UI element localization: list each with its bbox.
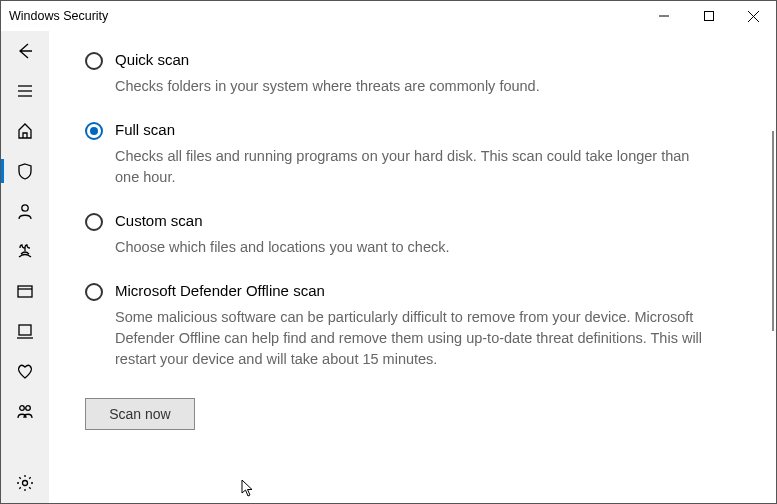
svg-point-12 (20, 406, 25, 411)
scrollbar[interactable] (770, 31, 776, 503)
sidebar-settings[interactable] (1, 463, 49, 503)
option-full-label: Full scan (115, 121, 710, 138)
scan-options-content: Quick scan Checks folders in your system… (49, 31, 770, 503)
back-icon (16, 42, 34, 60)
scrollbar-thumb[interactable] (772, 131, 774, 331)
option-custom-desc: Choose which files and locations you wan… (115, 237, 710, 258)
settings-icon (16, 474, 34, 492)
window-controls (641, 1, 776, 31)
option-quick-desc: Checks folders in your system where thre… (115, 76, 710, 97)
option-custom: Custom scan Choose which files and locat… (85, 212, 710, 258)
option-full-text: Full scan Checks all files and running p… (115, 121, 710, 188)
scan-button-row: Scan now (85, 398, 710, 430)
sidebar-app-browser[interactable] (1, 271, 49, 311)
sidebar-virus-protection[interactable] (1, 151, 49, 191)
main: Quick scan Checks folders in your system… (49, 31, 776, 503)
option-offline-text: Microsoft Defender Offline scan Some mal… (115, 282, 710, 370)
option-quick-label: Quick scan (115, 51, 710, 68)
sidebar-spacer (1, 431, 49, 463)
sidebar-menu[interactable] (1, 71, 49, 111)
minimize-icon (659, 11, 669, 21)
sidebar-home[interactable] (1, 111, 49, 151)
svg-rect-8 (18, 286, 32, 297)
close-icon (748, 11, 759, 22)
radio-offline[interactable] (85, 283, 103, 301)
svg-rect-10 (19, 325, 31, 335)
sidebar-account-protection[interactable] (1, 191, 49, 231)
scan-now-button[interactable]: Scan now (85, 398, 195, 430)
family-icon (16, 402, 34, 420)
health-icon (16, 362, 34, 380)
app-window: Windows Security (0, 0, 777, 504)
radio-custom[interactable] (85, 213, 103, 231)
option-offline-label: Microsoft Defender Offline scan (115, 282, 710, 299)
sidebar-firewall[interactable] (1, 231, 49, 271)
minimize-button[interactable] (641, 1, 686, 31)
option-quick: Quick scan Checks folders in your system… (85, 51, 710, 97)
radio-full[interactable] (85, 122, 103, 140)
close-button[interactable] (731, 1, 776, 31)
option-custom-label: Custom scan (115, 212, 710, 229)
home-icon (16, 122, 34, 140)
body: Quick scan Checks folders in your system… (1, 31, 776, 503)
radio-quick[interactable] (85, 52, 103, 70)
option-offline-desc: Some malicious software can be particula… (115, 307, 710, 370)
option-full: Full scan Checks all files and running p… (85, 121, 710, 188)
maximize-icon (704, 11, 714, 21)
svg-rect-1 (704, 12, 713, 21)
svg-point-14 (23, 481, 28, 486)
app-browser-icon (16, 282, 34, 300)
sidebar (1, 31, 49, 503)
maximize-button[interactable] (686, 1, 731, 31)
titlebar: Windows Security (1, 1, 776, 31)
firewall-icon (16, 242, 34, 260)
account-icon (16, 202, 34, 220)
option-quick-text: Quick scan Checks folders in your system… (115, 51, 710, 97)
menu-icon (16, 82, 34, 100)
option-full-desc: Checks all files and running programs on… (115, 146, 710, 188)
svg-point-7 (22, 205, 28, 211)
sidebar-device-security[interactable] (1, 311, 49, 351)
window-title: Windows Security (9, 9, 641, 23)
shield-icon (16, 162, 34, 180)
sidebar-back[interactable] (1, 31, 49, 71)
sidebar-device-health[interactable] (1, 351, 49, 391)
option-custom-text: Custom scan Choose which files and locat… (115, 212, 710, 258)
option-offline: Microsoft Defender Offline scan Some mal… (85, 282, 710, 370)
svg-point-13 (26, 406, 31, 411)
sidebar-family[interactable] (1, 391, 49, 431)
device-security-icon (16, 322, 34, 340)
